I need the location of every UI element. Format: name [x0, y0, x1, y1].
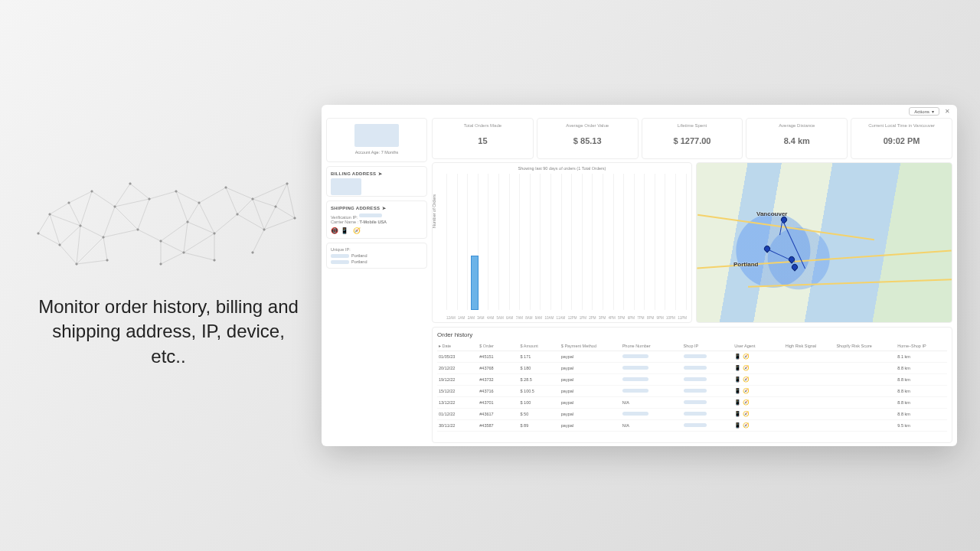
- kpi-value: 15: [436, 136, 530, 145]
- svg-line-56: [176, 191, 188, 222]
- safari-icon: 🧭: [743, 388, 750, 393]
- svg-line-33: [50, 214, 80, 226]
- kpi-label: Total Orders Made: [436, 123, 530, 128]
- mobile-icon: 📱: [734, 399, 741, 405]
- mobile-icon: 📱: [341, 227, 348, 234]
- actions-label: Actions: [914, 109, 929, 114]
- order-history-title: Order history: [437, 331, 947, 338]
- table-header[interactable]: Shop IP: [682, 341, 733, 351]
- redacted: [684, 366, 707, 370]
- redacted: [684, 412, 707, 416]
- mobile-icon: 📱: [734, 354, 741, 359]
- table-header[interactable]: High Risk Signal: [784, 341, 835, 351]
- svg-line-81: [77, 260, 107, 264]
- marketing-caption: Monitor order history, billing and shipp…: [38, 295, 299, 369]
- ip-redacted: [331, 254, 349, 258]
- svg-line-77: [276, 207, 295, 218]
- svg-line-47: [115, 207, 138, 230]
- kpi-label: Average Order Value: [541, 123, 635, 128]
- redacted: [684, 377, 707, 381]
- redacted: [622, 366, 648, 370]
- chart-xticks: 12AM1AM2AM3AM4AM5AM6AM7AM8AM9AM10AM11AM1…: [446, 316, 687, 320]
- kpi-label: Average Distance: [750, 123, 844, 128]
- svg-line-75: [253, 230, 264, 253]
- map[interactable]: Vancouver Portland: [696, 162, 952, 323]
- svg-line-40: [77, 226, 80, 264]
- redacted: [622, 377, 648, 381]
- svg-line-74: [264, 218, 295, 230]
- svg-line-79: [184, 253, 214, 260]
- svg-line-53: [161, 222, 188, 241]
- table-row[interactable]: 01/12/22#43617$ 50paypal📱🧭8.8 km: [437, 409, 947, 420]
- table-row[interactable]: 19/12/22#43732$ 28.5paypal📱🧭8.8 km: [437, 374, 947, 386]
- shipping-title: SHIPPING ADDRESS: [331, 206, 380, 210]
- order-history-table: ▸ Date$ Order$ Amount$ Payment MethodPho…: [437, 341, 947, 432]
- redacted: [622, 412, 648, 416]
- kpi-label: Current Local Time in Vancouver: [854, 123, 949, 128]
- table-header[interactable]: User Agent: [733, 341, 784, 351]
- mobile-icon: 📱: [734, 422, 741, 428]
- actions-button[interactable]: Actions ▾: [909, 107, 939, 116]
- svg-line-78: [287, 184, 295, 218]
- svg-line-60: [184, 222, 188, 253]
- table-row[interactable]: 15/12/22#43716$ 100.5paypal📱🧭8.8 km: [437, 386, 947, 397]
- safari-icon: 🧭: [743, 411, 750, 416]
- kpi-card: Average Distance8.4 km: [746, 118, 848, 159]
- ip-redacted: [359, 214, 382, 217]
- svg-line-50: [138, 199, 149, 230]
- table-header[interactable]: Phone Number: [621, 341, 682, 351]
- order-history-card: Order history ▸ Date$ Order$ Amount$ Pay…: [432, 327, 952, 443]
- table-header[interactable]: $ Amount: [519, 341, 560, 351]
- avatar-placeholder: [354, 124, 399, 147]
- orders-by-hour-chart: Showing last 90 days of orders (1 Total …: [432, 162, 692, 323]
- table-header[interactable]: Home–Shop IP: [896, 341, 947, 351]
- svg-line-52: [149, 191, 176, 199]
- table-row[interactable]: 01/05/23#45151$ 171paypal📱🧭8.1 km: [437, 351, 947, 363]
- svg-line-69: [237, 214, 264, 230]
- safari-icon: 🧭: [743, 354, 750, 359]
- account-age: Account Age: 7 Months: [331, 150, 423, 155]
- svg-line-48: [115, 199, 149, 207]
- svg-line-29: [38, 214, 50, 233]
- table-header[interactable]: ▸ Date: [437, 341, 478, 351]
- kpi-value: $ 85.13: [541, 136, 635, 145]
- redacted: [622, 354, 648, 358]
- kpi-card: Lifetime Spent$ 1277.00: [642, 118, 743, 159]
- svg-line-55: [161, 241, 184, 253]
- table-header[interactable]: $ Payment Method: [560, 341, 621, 351]
- carrier-label: Carrier Name :: [331, 220, 358, 224]
- unique-ip-title: Unique IP:: [331, 247, 423, 252]
- redacted: [684, 400, 707, 404]
- svg-line-51: [138, 230, 161, 241]
- svg-line-58: [188, 203, 199, 222]
- table-row[interactable]: 30/11/22#43587$ 89paypalN/A📱🧭9.5 km: [437, 420, 947, 432]
- carrier-value: T-Mobile USA: [360, 220, 387, 224]
- safari-icon: 🧭: [353, 227, 361, 234]
- table-header[interactable]: Shopify Risk Score: [835, 341, 896, 351]
- svg-line-80: [161, 253, 184, 264]
- table-header[interactable]: $ Order: [478, 341, 518, 351]
- svg-line-46: [115, 184, 130, 207]
- svg-line-72: [253, 184, 287, 199]
- svg-line-38: [80, 191, 92, 226]
- redacted: [684, 354, 707, 358]
- svg-line-34: [60, 226, 80, 245]
- location-icon: ➤: [378, 171, 382, 176]
- billing-title: BILLING ADDRESS: [331, 171, 376, 176]
- close-icon[interactable]: ✕: [942, 108, 952, 115]
- kpi-value: $ 1277.00: [645, 136, 740, 145]
- svg-line-59: [188, 222, 214, 233]
- map-pin-icon: [790, 262, 799, 271]
- location-icon: ➤: [382, 205, 386, 210]
- ip-row: Portland: [331, 253, 423, 258]
- svg-line-71: [253, 199, 276, 207]
- ip-row: Portland: [331, 259, 423, 264]
- table-row[interactable]: 20/12/22#43768$ 180paypal📱🧭8.8 km: [437, 363, 947, 374]
- redacted: [684, 423, 707, 427]
- svg-line-43: [103, 230, 138, 237]
- table-row[interactable]: 13/12/22#43701$ 100paypalN/A📱🧭8.8 km: [437, 397, 947, 409]
- phone-off-icon: 📵: [331, 227, 338, 234]
- svg-line-68: [237, 199, 253, 214]
- map-city-label: Portland: [733, 261, 758, 268]
- mobile-icon: 📱: [734, 411, 741, 416]
